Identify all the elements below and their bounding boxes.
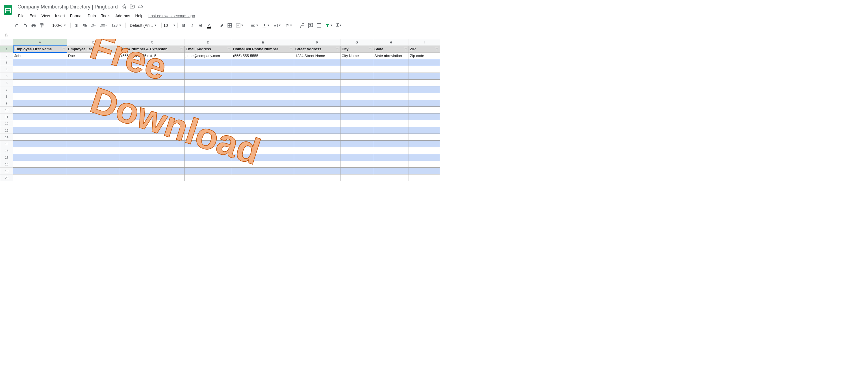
- cell[interactable]: [185, 93, 232, 100]
- cell[interactable]: Email Address: [185, 46, 232, 53]
- cell[interactable]: [232, 73, 294, 79]
- cell[interactable]: [340, 120, 373, 127]
- cell[interactable]: [67, 147, 120, 154]
- cell[interactable]: [232, 154, 294, 161]
- redo-button[interactable]: [22, 22, 29, 29]
- cell[interactable]: [294, 134, 340, 141]
- cell[interactable]: [409, 127, 440, 134]
- cell[interactable]: [409, 120, 440, 127]
- cell[interactable]: ZIP: [409, 46, 440, 53]
- menu-file[interactable]: File: [16, 12, 27, 19]
- cell[interactable]: [373, 79, 409, 87]
- cell[interactable]: [294, 147, 340, 154]
- cell[interactable]: (555) 555-5555 ext. 5: [120, 53, 185, 59]
- spreadsheet-grid[interactable]: ABCDEFGHI1Employee First NameEmployee La…: [0, 39, 440, 181]
- cell[interactable]: [340, 127, 373, 134]
- cell[interactable]: [185, 59, 232, 66]
- cell[interactable]: [373, 161, 409, 168]
- cell[interactable]: [294, 100, 340, 107]
- cell[interactable]: [340, 87, 373, 93]
- filter-button[interactable]: ▼: [324, 22, 334, 29]
- row-header[interactable]: 10: [0, 107, 13, 113]
- cell[interactable]: [13, 93, 67, 100]
- filter-icon[interactable]: [335, 47, 339, 51]
- row-header[interactable]: 3: [0, 59, 13, 66]
- cell[interactable]: [120, 113, 185, 120]
- cell[interactable]: [409, 161, 440, 168]
- cell[interactable]: [232, 127, 294, 134]
- paint-format-button[interactable]: [38, 22, 46, 29]
- cell[interactable]: [340, 93, 373, 100]
- cell[interactable]: [373, 59, 409, 66]
- cell[interactable]: [120, 87, 185, 93]
- cell[interactable]: [13, 107, 67, 113]
- link-button[interactable]: [299, 22, 306, 29]
- menu-tools[interactable]: Tools: [99, 12, 113, 19]
- cell[interactable]: [373, 107, 409, 113]
- cell[interactable]: [232, 161, 294, 168]
- menu-format[interactable]: Format: [68, 12, 85, 19]
- cell[interactable]: [67, 79, 120, 87]
- cell[interactable]: [185, 120, 232, 127]
- cell[interactable]: [409, 87, 440, 93]
- column-header[interactable]: B: [67, 39, 120, 46]
- cell[interactable]: [409, 134, 440, 141]
- cell[interactable]: [185, 100, 232, 107]
- cell[interactable]: [13, 168, 67, 174]
- bold-button[interactable]: B: [180, 22, 187, 29]
- increase-decimal-button[interactable]: .00→: [99, 22, 109, 29]
- more-formats-dropdown[interactable]: 123▼: [110, 23, 123, 27]
- cell[interactable]: [120, 66, 185, 73]
- column-header[interactable]: C: [120, 39, 185, 46]
- row-header[interactable]: 20: [0, 174, 13, 181]
- column-header[interactable]: D: [185, 39, 232, 46]
- sheets-logo-icon[interactable]: [2, 4, 13, 15]
- row-header[interactable]: 8: [0, 93, 13, 100]
- cell[interactable]: [373, 73, 409, 79]
- cell[interactable]: [232, 134, 294, 141]
- cell[interactable]: [120, 154, 185, 161]
- cell[interactable]: Work Number & Extension: [120, 46, 185, 53]
- filter-icon[interactable]: [62, 47, 66, 51]
- column-header[interactable]: I: [409, 39, 440, 46]
- row-header[interactable]: 11: [0, 113, 13, 120]
- cell[interactable]: [294, 120, 340, 127]
- cell[interactable]: [67, 174, 120, 181]
- cell[interactable]: [294, 79, 340, 87]
- print-button[interactable]: [30, 22, 37, 29]
- column-header[interactable]: F: [294, 39, 340, 46]
- filter-icon[interactable]: [179, 47, 183, 51]
- cell[interactable]: [409, 168, 440, 174]
- cell[interactable]: [340, 59, 373, 66]
- menu-help[interactable]: Help: [133, 12, 146, 19]
- cell[interactable]: [120, 134, 185, 141]
- row-header[interactable]: 1: [0, 46, 13, 53]
- cell[interactable]: [120, 59, 185, 66]
- rotate-button[interactable]: ▼: [283, 22, 293, 29]
- filter-icon[interactable]: [404, 47, 408, 51]
- cell[interactable]: [185, 168, 232, 174]
- cell[interactable]: [13, 73, 67, 79]
- cell[interactable]: [340, 100, 373, 107]
- filter-icon[interactable]: [435, 47, 439, 51]
- cell[interactable]: [13, 120, 67, 127]
- h-align-button[interactable]: ▼: [249, 22, 260, 29]
- cell[interactable]: Doe: [67, 53, 120, 59]
- cell[interactable]: City: [340, 46, 373, 53]
- last-edit-link[interactable]: Last edit was seconds ago: [148, 13, 195, 18]
- cell[interactable]: [120, 147, 185, 154]
- cell[interactable]: [294, 161, 340, 168]
- cell[interactable]: [67, 120, 120, 127]
- cell[interactable]: [67, 100, 120, 107]
- filter-icon[interactable]: [115, 47, 119, 51]
- cell[interactable]: j.doe@company.com: [185, 53, 232, 59]
- cell[interactable]: [232, 93, 294, 100]
- row-header[interactable]: 13: [0, 127, 13, 134]
- cell[interactable]: [373, 87, 409, 93]
- cell[interactable]: [67, 168, 120, 174]
- wrap-button[interactable]: ▼: [272, 22, 282, 29]
- decrease-decimal-button[interactable]: .0←: [90, 22, 98, 29]
- cell[interactable]: [185, 66, 232, 73]
- cell[interactable]: [67, 134, 120, 141]
- cell[interactable]: [340, 154, 373, 161]
